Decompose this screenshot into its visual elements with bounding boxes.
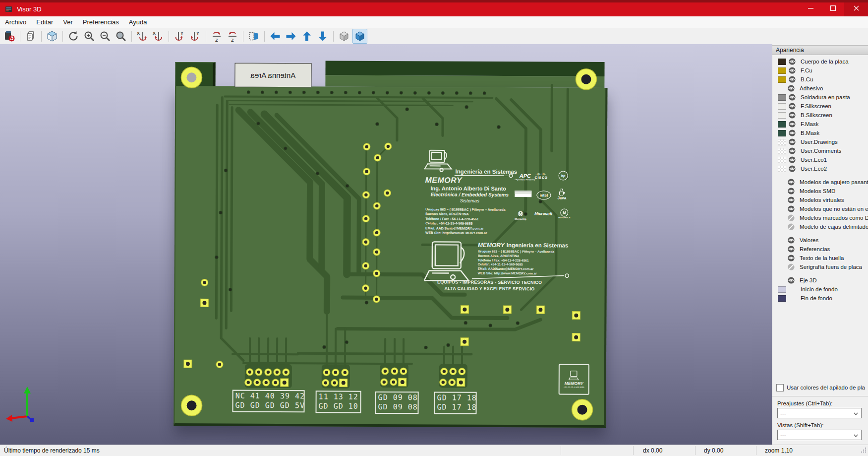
maximize-button[interactable] — [822, 0, 844, 16]
appearance-row[interactable]: B.Mask — [772, 129, 868, 137]
visibility-eye-off-icon[interactable] — [788, 263, 795, 270]
visibility-eye-icon[interactable] — [788, 237, 795, 244]
appearance-row[interactable]: Valores — [772, 236, 868, 245]
toolbar-separator — [20, 31, 20, 42]
visibility-eye-off-icon[interactable] — [788, 223, 795, 230]
resize-grip[interactable] — [861, 447, 867, 455]
zoom-out-icon[interactable] — [98, 29, 113, 44]
move-left-icon[interactable] — [268, 29, 283, 44]
appearance-row[interactable]: Inicio de fondo — [772, 285, 868, 294]
close-button[interactable] — [844, 0, 868, 16]
appearance-row[interactable]: Serigrafía fuera de placa — [772, 262, 868, 271]
color-swatch[interactable] — [778, 295, 786, 302]
visibility-eye-icon[interactable] — [789, 112, 796, 119]
appearance-row[interactable]: F.Mask — [772, 120, 868, 129]
appearance-row[interactable]: Modelos virtuales — [772, 195, 868, 204]
reload-board-icon[interactable] — [2, 29, 17, 44]
visibility-eye-off-icon[interactable] — [788, 214, 795, 221]
color-swatch[interactable] — [778, 157, 786, 163]
color-swatch[interactable] — [778, 94, 786, 101]
stackup-colors-checkbox-row[interactable]: Usar colores del apilado de pla — [772, 384, 868, 391]
3d-viewport[interactable]: Antenna Area Ingeniería en Sistemas — [0, 44, 772, 445]
visibility-eye-icon[interactable] — [789, 138, 796, 145]
visibility-eye-icon[interactable] — [788, 255, 795, 261]
redraw-icon[interactable] — [66, 29, 81, 44]
zoom-fit-icon[interactable] — [114, 29, 128, 44]
visibility-eye-icon[interactable] — [788, 85, 795, 92]
appearance-row[interactable]: Cuerpo de la placa — [772, 57, 868, 66]
appearance-row[interactable]: Adhesivo — [772, 84, 868, 93]
move-up-icon[interactable] — [299, 29, 314, 44]
color-swatch[interactable] — [778, 286, 786, 293]
render-3d-icon[interactable] — [45, 29, 59, 44]
copy-image-icon[interactable] — [23, 29, 38, 44]
rotate-y-cw-icon[interactable]: Y — [172, 29, 187, 44]
views-dropdown[interactable]: --- — [777, 430, 862, 440]
color-swatch[interactable] — [778, 148, 786, 154]
appearance-row[interactable]: Eje 3D — [772, 276, 868, 285]
visibility-eye-icon[interactable] — [788, 277, 795, 284]
visibility-eye-icon[interactable] — [789, 156, 796, 163]
color-swatch[interactable] — [778, 166, 786, 172]
flip-board-icon[interactable] — [246, 29, 261, 44]
appearance-row[interactable]: Modelo de cajas delimitado — [772, 222, 868, 231]
appearance-row[interactable]: Referencias — [772, 245, 868, 254]
rotate-x-ccw-icon[interactable]: X — [151, 29, 166, 44]
zoom-in-icon[interactable] — [82, 29, 97, 44]
appearance-row[interactable]: Modelos SMD — [772, 187, 868, 195]
appearance-row[interactable]: F.Cu — [772, 66, 868, 75]
visibility-eye-icon[interactable] — [789, 121, 796, 128]
visibility-eye-icon[interactable] — [788, 205, 795, 212]
presets-dropdown[interactable]: --- — [777, 408, 862, 418]
color-swatch[interactable] — [778, 67, 786, 74]
visibility-eye-icon[interactable] — [788, 179, 795, 186]
menu-item-ayuda[interactable]: Ayuda — [124, 16, 152, 28]
menu-item-preferencias[interactable]: Preferencias — [78, 16, 124, 28]
visibility-eye-icon[interactable] — [789, 76, 796, 83]
color-swatch[interactable] — [778, 103, 786, 110]
appearance-row[interactable]: Modelos marcados como DN — [772, 213, 868, 222]
appearance-row[interactable]: Soldadura en pasta — [772, 93, 868, 102]
app-icon[interactable] — [5, 5, 13, 13]
rotate-x-cw-icon[interactable]: X — [135, 29, 150, 44]
color-swatch[interactable] — [778, 130, 786, 136]
color-swatch[interactable] — [778, 59, 786, 65]
appearance-row[interactable]: B.Cu — [772, 75, 868, 84]
menu-item-editar[interactable]: Editar — [31, 16, 58, 28]
stackup-colors-checkbox[interactable] — [776, 384, 784, 391]
minimize-button[interactable] — [800, 0, 822, 16]
visibility-eye-icon[interactable] — [789, 103, 796, 110]
rotate-y-ccw-icon[interactable]: Y — [188, 29, 203, 44]
appearance-row[interactable]: User.Eco2 — [772, 164, 868, 173]
visibility-eye-icon[interactable] — [788, 196, 795, 203]
appearance-row[interactable]: User.Drawings — [772, 137, 868, 146]
move-right-icon[interactable] — [284, 29, 298, 44]
visibility-eye-icon[interactable] — [789, 58, 796, 65]
move-down-icon[interactable] — [315, 29, 330, 44]
color-swatch[interactable] — [778, 121, 786, 128]
color-swatch[interactable] — [778, 112, 786, 119]
appearance-row[interactable]: Fin de fondo — [772, 294, 868, 303]
perspective-view-icon[interactable] — [352, 29, 367, 44]
rotate-z-ccw-icon[interactable]: Z — [225, 29, 240, 44]
appearance-row[interactable]: B.Silkscreen — [772, 111, 868, 120]
visibility-eye-icon[interactable] — [789, 130, 796, 136]
color-swatch[interactable] — [778, 139, 786, 145]
rotate-z-cw-icon[interactable]: Z — [209, 29, 224, 44]
visibility-eye-icon[interactable] — [788, 246, 795, 253]
appearance-row[interactable]: Texto de la huella — [772, 254, 868, 262]
appearance-row[interactable]: User.Comments — [772, 146, 868, 155]
visibility-eye-icon[interactable] — [789, 165, 796, 172]
appearance-row[interactable]: Modelos que no están en el — [772, 204, 868, 213]
menu-item-archivo[interactable]: Archivo — [0, 16, 31, 28]
menu-item-ver[interactable]: Ver — [58, 16, 78, 28]
visibility-eye-icon[interactable] — [789, 94, 796, 101]
appearance-row[interactable]: F.Silkscreen — [772, 102, 868, 111]
appearance-row[interactable]: User.Eco1 — [772, 155, 868, 164]
appearance-row[interactable]: Modelos de agujero pasant — [772, 178, 868, 187]
visibility-eye-icon[interactable] — [789, 147, 796, 154]
color-swatch[interactable] — [778, 76, 786, 83]
visibility-eye-icon[interactable] — [789, 67, 796, 74]
ortho-view-icon[interactable] — [337, 29, 351, 44]
visibility-eye-icon[interactable] — [788, 188, 795, 195]
